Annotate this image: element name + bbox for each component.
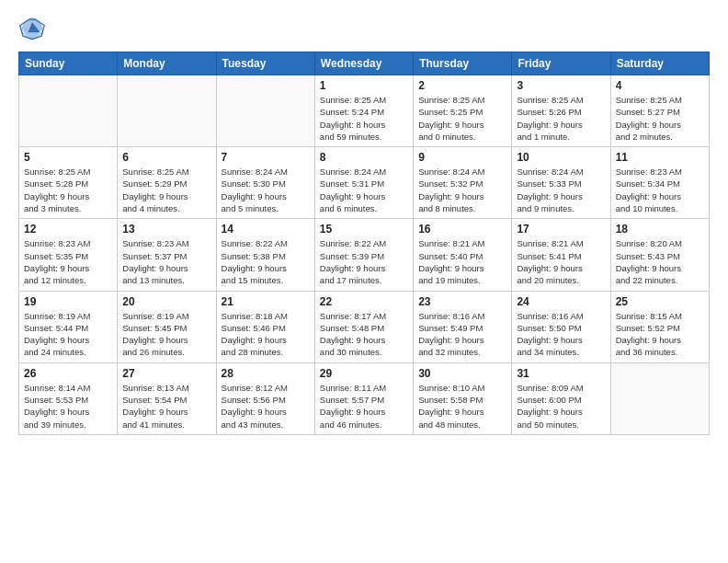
day-info: Sunrise: 8:14 AM Sunset: 5:53 PM Dayligh… <box>24 382 112 431</box>
day-info: Sunrise: 8:21 AM Sunset: 5:41 PM Dayligh… <box>517 237 605 286</box>
calendar-cell: 25Sunrise: 8:15 AM Sunset: 5:52 PM Dayli… <box>610 291 709 362</box>
day-number: 10 <box>517 151 605 164</box>
day-number: 20 <box>122 295 210 308</box>
calendar-cell: 10Sunrise: 8:24 AM Sunset: 5:33 PM Dayli… <box>512 147 610 219</box>
day-number: 30 <box>418 367 506 380</box>
calendar-cell: 30Sunrise: 8:10 AM Sunset: 5:58 PM Dayli… <box>414 362 512 434</box>
calendar-cell: 16Sunrise: 8:21 AM Sunset: 5:40 PM Dayli… <box>414 219 512 291</box>
day-number: 12 <box>24 223 112 236</box>
day-number: 11 <box>616 151 704 164</box>
calendar-cell: 2Sunrise: 8:25 AM Sunset: 5:25 PM Daylig… <box>414 75 512 147</box>
day-number: 29 <box>320 367 408 380</box>
day-number: 13 <box>122 223 210 236</box>
calendar-cell: 20Sunrise: 8:19 AM Sunset: 5:45 PM Dayli… <box>118 291 216 362</box>
week-row-3: 12Sunrise: 8:23 AM Sunset: 5:35 PM Dayli… <box>19 219 710 291</box>
day-info: Sunrise: 8:25 AM Sunset: 5:26 PM Dayligh… <box>517 94 605 143</box>
day-number: 21 <box>222 295 310 308</box>
day-number: 31 <box>517 367 605 380</box>
week-row-2: 5Sunrise: 8:25 AM Sunset: 5:28 PM Daylig… <box>19 147 710 219</box>
page: SundayMondayTuesdayWednesdayThursdayFrid… <box>0 0 728 563</box>
calendar-cell: 23Sunrise: 8:16 AM Sunset: 5:49 PM Dayli… <box>414 291 512 362</box>
day-number: 2 <box>418 79 506 92</box>
calendar-cell: 1Sunrise: 8:25 AM Sunset: 5:24 PM Daylig… <box>314 75 413 147</box>
day-info: Sunrise: 8:23 AM Sunset: 5:34 PM Dayligh… <box>616 166 704 214</box>
day-number: 8 <box>320 151 408 164</box>
day-number: 25 <box>616 295 704 308</box>
day-info: Sunrise: 8:20 AM Sunset: 5:43 PM Dayligh… <box>616 237 704 286</box>
day-info: Sunrise: 8:25 AM Sunset: 5:28 PM Dayligh… <box>24 166 112 214</box>
day-number: 7 <box>222 151 310 164</box>
calendar-cell <box>118 75 216 147</box>
calendar-cell: 24Sunrise: 8:16 AM Sunset: 5:50 PM Dayli… <box>512 291 610 362</box>
col-header-wednesday: Wednesday <box>314 52 413 75</box>
day-info: Sunrise: 8:24 AM Sunset: 5:32 PM Dayligh… <box>418 166 506 214</box>
week-row-5: 26Sunrise: 8:14 AM Sunset: 5:53 PM Dayli… <box>19 362 710 434</box>
day-info: Sunrise: 8:16 AM Sunset: 5:49 PM Dayligh… <box>418 310 506 359</box>
day-info: Sunrise: 8:24 AM Sunset: 5:33 PM Dayligh… <box>517 166 605 214</box>
calendar-cell: 12Sunrise: 8:23 AM Sunset: 5:35 PM Dayli… <box>19 219 118 291</box>
col-header-monday: Monday <box>118 52 216 75</box>
day-number: 15 <box>320 223 408 236</box>
day-info: Sunrise: 8:17 AM Sunset: 5:48 PM Dayligh… <box>320 310 408 359</box>
calendar-header-row: SundayMondayTuesdayWednesdayThursdayFrid… <box>19 52 710 75</box>
calendar-cell: 5Sunrise: 8:25 AM Sunset: 5:28 PM Daylig… <box>19 147 118 219</box>
day-info: Sunrise: 8:23 AM Sunset: 5:37 PM Dayligh… <box>122 237 210 286</box>
col-header-sunday: Sunday <box>19 52 118 75</box>
day-number: 4 <box>616 79 704 92</box>
day-info: Sunrise: 8:24 AM Sunset: 5:30 PM Dayligh… <box>222 166 310 214</box>
week-row-1: 1Sunrise: 8:25 AM Sunset: 5:24 PM Daylig… <box>19 75 710 147</box>
day-info: Sunrise: 8:24 AM Sunset: 5:31 PM Dayligh… <box>320 166 408 214</box>
calendar-cell: 6Sunrise: 8:25 AM Sunset: 5:29 PM Daylig… <box>118 147 216 219</box>
week-row-4: 19Sunrise: 8:19 AM Sunset: 5:44 PM Dayli… <box>19 291 710 362</box>
day-number: 19 <box>24 295 112 308</box>
day-info: Sunrise: 8:22 AM Sunset: 5:38 PM Dayligh… <box>222 237 310 286</box>
calendar-cell: 13Sunrise: 8:23 AM Sunset: 5:37 PM Dayli… <box>118 219 216 291</box>
calendar-cell: 31Sunrise: 8:09 AM Sunset: 6:00 PM Dayli… <box>512 362 610 434</box>
day-info: Sunrise: 8:13 AM Sunset: 5:54 PM Dayligh… <box>122 382 210 431</box>
day-number: 5 <box>24 151 112 164</box>
calendar-cell: 15Sunrise: 8:22 AM Sunset: 5:39 PM Dayli… <box>314 219 413 291</box>
calendar-cell: 8Sunrise: 8:24 AM Sunset: 5:31 PM Daylig… <box>314 147 413 219</box>
day-number: 24 <box>517 295 605 308</box>
day-info: Sunrise: 8:19 AM Sunset: 5:44 PM Dayligh… <box>24 310 112 359</box>
calendar-cell <box>19 75 118 147</box>
day-info: Sunrise: 8:23 AM Sunset: 5:35 PM Dayligh… <box>24 237 112 286</box>
day-info: Sunrise: 8:25 AM Sunset: 5:24 PM Dayligh… <box>320 94 408 143</box>
day-info: Sunrise: 8:25 AM Sunset: 5:27 PM Dayligh… <box>616 94 704 143</box>
calendar-cell: 11Sunrise: 8:23 AM Sunset: 5:34 PM Dayli… <box>610 147 709 219</box>
calendar-cell: 3Sunrise: 8:25 AM Sunset: 5:26 PM Daylig… <box>512 75 610 147</box>
day-info: Sunrise: 8:21 AM Sunset: 5:40 PM Dayligh… <box>418 237 506 286</box>
day-info: Sunrise: 8:12 AM Sunset: 5:56 PM Dayligh… <box>222 382 310 431</box>
day-number: 18 <box>616 223 704 236</box>
col-header-friday: Friday <box>512 52 610 75</box>
day-info: Sunrise: 8:25 AM Sunset: 5:25 PM Dayligh… <box>418 94 506 143</box>
day-number: 9 <box>418 151 506 164</box>
day-info: Sunrise: 8:25 AM Sunset: 5:29 PM Dayligh… <box>122 166 210 214</box>
logo-icon <box>18 15 46 42</box>
col-header-tuesday: Tuesday <box>216 52 314 75</box>
calendar-cell: 19Sunrise: 8:19 AM Sunset: 5:44 PM Dayli… <box>19 291 118 362</box>
calendar-cell: 21Sunrise: 8:18 AM Sunset: 5:46 PM Dayli… <box>216 291 314 362</box>
calendar-cell: 14Sunrise: 8:22 AM Sunset: 5:38 PM Dayli… <box>216 219 314 291</box>
header <box>18 15 710 42</box>
day-info: Sunrise: 8:09 AM Sunset: 6:00 PM Dayligh… <box>517 382 605 431</box>
day-number: 16 <box>418 223 506 236</box>
day-number: 23 <box>418 295 506 308</box>
calendar-cell: 26Sunrise: 8:14 AM Sunset: 5:53 PM Dayli… <box>19 362 118 434</box>
calendar-cell <box>610 362 709 434</box>
day-info: Sunrise: 8:18 AM Sunset: 5:46 PM Dayligh… <box>222 310 310 359</box>
day-number: 1 <box>320 79 408 92</box>
calendar-cell: 27Sunrise: 8:13 AM Sunset: 5:54 PM Dayli… <box>118 362 216 434</box>
calendar-cell: 22Sunrise: 8:17 AM Sunset: 5:48 PM Dayli… <box>314 291 413 362</box>
day-number: 27 <box>122 367 210 380</box>
calendar-cell: 29Sunrise: 8:11 AM Sunset: 5:57 PM Dayli… <box>314 362 413 434</box>
day-number: 28 <box>222 367 310 380</box>
col-header-saturday: Saturday <box>610 52 709 75</box>
day-number: 17 <box>517 223 605 236</box>
calendar-cell: 28Sunrise: 8:12 AM Sunset: 5:56 PM Dayli… <box>216 362 314 434</box>
logo <box>18 15 50 42</box>
calendar-cell: 18Sunrise: 8:20 AM Sunset: 5:43 PM Dayli… <box>610 219 709 291</box>
calendar-cell: 4Sunrise: 8:25 AM Sunset: 5:27 PM Daylig… <box>610 75 709 147</box>
calendar-cell: 17Sunrise: 8:21 AM Sunset: 5:41 PM Dayli… <box>512 219 610 291</box>
day-number: 6 <box>122 151 210 164</box>
